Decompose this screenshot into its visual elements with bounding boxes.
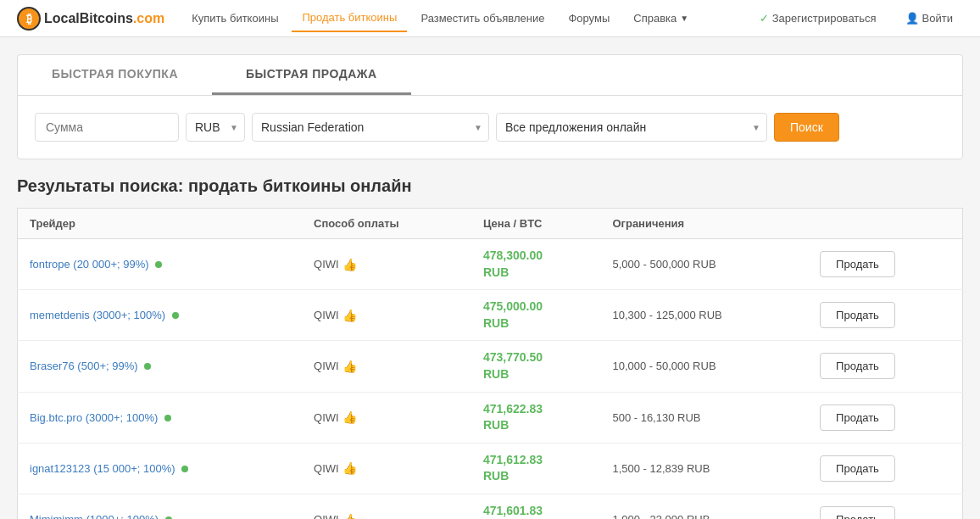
nav-right: ✓ Зарегистрироваться 👤 Войти	[749, 7, 963, 30]
register-button[interactable]: ✓ Зарегистрироваться	[749, 7, 887, 30]
sell-button[interactable]: Продать	[820, 251, 895, 277]
trader-link[interactable]: fontrope (20 000+; 99%)	[30, 258, 149, 271]
limit-value: 10,300 - 125,000 RUB	[612, 309, 721, 321]
price-cell: 478,300.00RUB	[471, 239, 600, 290]
payment-cell: QIWI 👍	[302, 494, 471, 519]
online-indicator	[172, 312, 179, 319]
thumbs-up-icon: 👍	[342, 258, 357, 271]
nav-sell[interactable]: Продать биткоины	[292, 4, 407, 32]
payment-method: QIWI 👍	[314, 461, 459, 475]
nav-forums[interactable]: Форумы	[558, 5, 620, 31]
thumbs-up-icon: 👍	[342, 360, 357, 373]
logo[interactable]: ₿ LocalBitcoins.com	[17, 7, 164, 31]
user-icon: 👤	[905, 12, 919, 25]
table-row: memetdenis (3000+; 100%) QIWI 👍 475,000.…	[18, 290, 963, 341]
limit-cell: 1,000 - 23,000 RUB	[600, 494, 808, 519]
tabs-body: RUB USD EUR Russian Federation Все предл…	[18, 96, 962, 159]
sell-button[interactable]: Продать	[820, 506, 895, 519]
online-indicator	[164, 415, 171, 421]
thumbs-up-icon: 👍	[342, 461, 357, 475]
country-select[interactable]: Russian Federation	[252, 113, 489, 142]
limit-cell: 500 - 16,130 RUB	[600, 392, 808, 443]
tab-buy[interactable]: БЫСТРАЯ ПОКУПКА	[18, 55, 212, 95]
trader-link[interactable]: ignat123123 (15 000+; 100%)	[30, 462, 175, 475]
method-select[interactable]: Все предложения онлайн	[496, 113, 767, 142]
login-button[interactable]: 👤 Войти	[895, 7, 963, 30]
logo-icon: ₿	[17, 7, 41, 31]
header: ₿ LocalBitcoins.com Купить биткоины Прод…	[0, 0, 980, 37]
tabs-header: БЫСТРАЯ ПОКУПКА БЫСТРАЯ ПРОДАЖА	[18, 55, 962, 96]
price-value: 475,000.00RUB	[483, 299, 588, 332]
thumbs-up-icon: 👍	[342, 410, 357, 424]
sell-button[interactable]: Продать	[820, 302, 895, 328]
price-value: 471,622.83RUB	[483, 401, 588, 434]
limit-value: 1,500 - 12,839 RUB	[612, 462, 710, 475]
price-cell: 471,612.83RUB	[471, 443, 600, 494]
limit-cell: 10,300 - 125,000 RUB	[600, 290, 808, 341]
price-cell: 475,000.00RUB	[471, 290, 600, 341]
payment-cell: QIWI 👍	[302, 239, 471, 290]
action-cell: Продать	[808, 392, 962, 443]
payment-cell: QIWI 👍	[302, 290, 471, 341]
trader-cell: memetdenis (3000+; 100%)	[18, 290, 303, 341]
amount-input[interactable]	[35, 113, 179, 142]
main-nav: Купить биткоины Продать биткоины Размест…	[181, 4, 749, 32]
price-cell: 471,601.83RUB	[471, 494, 600, 519]
checkmark-icon: ✓	[760, 12, 769, 25]
table-row: Big.btc.pro (3000+; 100%) QIWI 👍 471,622…	[18, 392, 963, 443]
online-indicator	[144, 363, 151, 370]
thumbs-up-icon: 👍	[342, 309, 357, 322]
col-payment: Способ оплаты	[302, 209, 471, 239]
payment-method: QIWI 👍	[314, 258, 459, 271]
action-cell: Продать	[808, 494, 962, 519]
main-content: БЫСТРАЯ ПОКУПКА БЫСТРАЯ ПРОДАЖА RUB USD …	[0, 37, 980, 519]
sell-button[interactable]: Продать	[820, 455, 895, 482]
tab-sell[interactable]: БЫСТРАЯ ПРОДАЖА	[212, 55, 411, 95]
trader-link[interactable]: memetdenis (3000+; 100%)	[30, 309, 165, 321]
nav-place-ad[interactable]: Разместить объявление	[410, 5, 554, 31]
action-cell: Продать	[808, 443, 962, 494]
trader-cell: Braser76 (500+; 99%)	[18, 341, 303, 392]
col-limit: Ограничения	[600, 209, 808, 239]
limit-cell: 5,000 - 500,000 RUB	[600, 239, 808, 290]
country-select-wrap: Russian Federation	[252, 113, 489, 142]
action-cell: Продать	[808, 239, 962, 290]
payment-method: QIWI 👍	[314, 513, 459, 519]
price-cell: 471,622.83RUB	[471, 392, 600, 443]
price-value: 471,612.83RUB	[483, 452, 588, 485]
payment-method: QIWI 👍	[314, 410, 459, 424]
sell-button[interactable]: Продать	[820, 405, 895, 431]
search-button[interactable]: Поиск	[774, 113, 839, 142]
payment-cell: QIWI 👍	[302, 443, 471, 494]
nav-buy[interactable]: Купить биткоины	[181, 5, 288, 31]
trader-link[interactable]: Mimimimm (1000+; 100%)	[30, 513, 159, 519]
price-value: 478,300.00RUB	[483, 248, 588, 281]
limit-cell: 1,500 - 12,839 RUB	[600, 443, 808, 494]
online-indicator	[155, 261, 162, 268]
col-action	[808, 209, 962, 239]
price-value: 473,770.50RUB	[483, 349, 588, 382]
chevron-down-icon: ▼	[680, 14, 688, 23]
trader-link[interactable]: Big.btc.pro (3000+; 100%)	[30, 411, 158, 424]
col-price: Цена / BTC	[471, 209, 600, 239]
trader-cell: Mimimimm (1000+; 100%)	[18, 494, 303, 519]
trader-link[interactable]: Braser76 (500+; 99%)	[30, 360, 138, 372]
currency-select-wrap: RUB USD EUR	[186, 113, 245, 142]
currency-select[interactable]: RUB USD EUR	[186, 113, 245, 142]
method-select-wrap: Все предложения онлайн	[496, 113, 767, 142]
nav-help[interactable]: Справка ▼	[623, 5, 699, 31]
logo-text: LocalBitcoins.com	[44, 11, 164, 26]
payment-method: QIWI 👍	[314, 309, 459, 322]
payment-method: QIWI 👍	[314, 360, 459, 373]
thumbs-up-icon: 👍	[342, 513, 357, 519]
results-table: Трейдер Способ оплаты Цена / BTC Огранич…	[17, 208, 963, 519]
sell-button[interactable]: Продать	[820, 353, 895, 379]
table-row: ignat123123 (15 000+; 100%) QIWI 👍 471,6…	[18, 443, 963, 494]
limit-value: 1,000 - 23,000 RUB	[612, 513, 710, 519]
search-card: БЫСТРАЯ ПОКУПКА БЫСТРАЯ ПРОДАЖА RUB USD …	[17, 54, 963, 159]
search-row: RUB USD EUR Russian Federation Все предл…	[35, 113, 945, 142]
trader-cell: Big.btc.pro (3000+; 100%)	[18, 392, 303, 443]
payment-cell: QIWI 👍	[302, 392, 471, 443]
price-cell: 473,770.50RUB	[471, 341, 600, 392]
limit-cell: 10,000 - 50,000 RUB	[600, 341, 808, 392]
